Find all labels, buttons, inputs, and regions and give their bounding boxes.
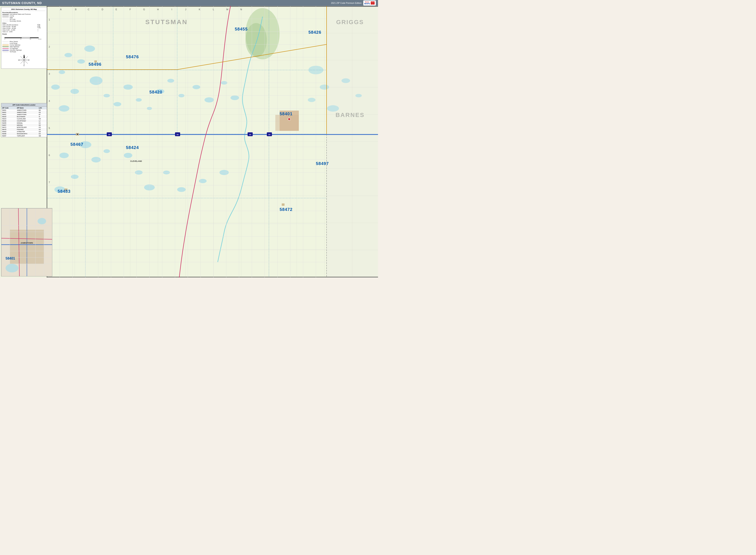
- legend-line-county-road: [2, 45, 9, 45]
- zip-code-cell: 58401: [1, 109, 16, 112]
- legend-county-label: County: [10, 15, 14, 17]
- logo-map-icon: [370, 1, 375, 5]
- legend-city-50k-label: Cities 50,000 - 99,999: [2, 26, 16, 27]
- legend-city-5k-label: Cities 5,000 - 24,999: [2, 29, 15, 31]
- svg-text:58497: 58497: [316, 161, 329, 166]
- legend-intl-label: International States and Provinces: [10, 13, 31, 15]
- svg-point-40: [308, 98, 315, 102]
- svg-text:58467: 58467: [71, 142, 83, 147]
- svg-point-5: [84, 45, 95, 52]
- zip-loc-cell: L2: [38, 120, 47, 122]
- svg-text:5: 5: [20, 38, 21, 40]
- legend-row-county: County: [2, 15, 46, 17]
- svg-text:58476: 58476: [126, 54, 139, 59]
- zip-code-cell: 58420: [1, 116, 16, 118]
- legend-local-label: Local Range: [10, 42, 17, 44]
- svg-point-28: [124, 153, 132, 158]
- svg-point-34: [219, 170, 229, 175]
- svg-text:D: D: [102, 8, 103, 11]
- svg-rect-121: [76, 133, 79, 135]
- svg-rect-123: [64, 188, 68, 191]
- svg-text:58401: 58401: [6, 257, 15, 260]
- legend-line-state: [2, 17, 9, 18]
- svg-rect-124: [282, 204, 284, 206]
- svg-point-32: [177, 187, 186, 192]
- svg-text:10: 10: [30, 38, 31, 40]
- svg-text:58496: 58496: [89, 62, 102, 67]
- svg-rect-170: [107, 132, 112, 136]
- legend-city-100k-label: Cities 100,000 and Above: [2, 24, 18, 26]
- zip-table-row: 58420 BUCHANAN I4: [1, 116, 47, 118]
- legend-city-50k: Cities 50,000 - 99,999: [2, 26, 35, 27]
- legend-boundaries-title: Boundary/Boundaries: [2, 12, 46, 13]
- legend-row-intl: International States and Provinces: [2, 13, 46, 15]
- svg-point-12: [136, 98, 142, 101]
- svg-rect-175: [21, 37, 30, 38]
- svg-rect-176: [30, 37, 39, 38]
- legend-city-10: Cities 10 - 4,999: [2, 31, 35, 33]
- zip-table-row: 58496 WOODWORTH E3: [1, 133, 47, 135]
- zip-table-row: 58401 JAMESTOWN K6: [1, 112, 47, 114]
- svg-point-21: [59, 105, 70, 112]
- compass-rose: N S W E: [18, 53, 31, 67]
- svg-rect-166: [267, 132, 272, 136]
- zip-loc-cell: K6: [38, 112, 47, 114]
- legend-row-state: State: [2, 17, 46, 18]
- zip-loc-cell: H2: [38, 129, 47, 131]
- svg-point-173: [288, 118, 291, 120]
- svg-text:L: L: [213, 8, 214, 11]
- zip-code-cell: 58424: [1, 118, 16, 120]
- svg-text:2: 2: [49, 45, 50, 48]
- zip-name-cell: JAMESTOWN: [16, 114, 38, 116]
- svg-point-31: [163, 171, 170, 174]
- zip-loc-cell: I4: [38, 116, 47, 118]
- zip-table-row: 58424 CLEVELAND G6: [1, 118, 47, 120]
- zip-code-cell: 58401: [1, 112, 16, 114]
- svg-rect-168: [175, 132, 180, 136]
- legend-cities-suffix: •City •City +City — —: [37, 24, 46, 33]
- svg-text:E: E: [116, 8, 117, 11]
- svg-text:58401: 58401: [280, 112, 293, 116]
- legend-line-minor: [2, 41, 9, 42]
- zip-index-title: ZIP Code Index/Grid Locator: [1, 103, 47, 107]
- zip-table-body: 58401 JAMESTOWN B8 58401 JAMESTOWN K6 58…: [1, 109, 47, 137]
- zip-table: ZIP Code ZIP Name LOC 58401 JAMESTOWN B8…: [1, 107, 47, 137]
- svg-point-4: [246, 23, 267, 57]
- svg-point-6: [77, 59, 85, 63]
- svg-text:STUTSMAN: STUTSMAN: [145, 18, 188, 26]
- svg-point-19: [221, 81, 227, 85]
- zip-code-cell: 58476: [1, 129, 16, 131]
- zip-code-cell: 58426: [1, 120, 16, 122]
- svg-text:7: 7: [49, 181, 50, 183]
- zip-loc-cell: E6: [38, 124, 47, 126]
- zip-code-cell: 58467: [1, 124, 16, 126]
- svg-point-10: [123, 85, 133, 90]
- legend-road-minor: Minor Streets: [2, 41, 46, 42]
- legend-scale-bar: 0 5 10 15 mi: [2, 36, 46, 40]
- legend-line-secondary: [2, 21, 9, 21]
- svg-text:M: M: [226, 8, 228, 11]
- svg-text:4: 4: [49, 100, 50, 102]
- svg-text:58426: 58426: [308, 30, 321, 35]
- legend-interstate-label: Interstate Highways: [10, 49, 22, 51]
- svg-point-11: [114, 102, 121, 106]
- zip-name-cell: PINGREE: [16, 129, 38, 131]
- legend-county-road-label: County Highways: [10, 44, 20, 46]
- zip-name-cell: YSIPILANTI: [16, 135, 38, 137]
- svg-text:J: J: [185, 8, 186, 11]
- svg-rect-120: [275, 115, 299, 131]
- zip-name-cell: CLEVELAND: [16, 118, 38, 120]
- svg-point-22: [51, 85, 60, 90]
- inset-map: 58401 JAMESTOWN: [1, 208, 52, 276]
- zip-table-row: 58426 COURTENAY L2: [1, 120, 47, 122]
- zip-loc-cell: D9: [38, 131, 47, 133]
- zip-loc-cell: G6: [38, 118, 47, 120]
- zip-table-row: 58483 STREETER D9: [1, 131, 47, 133]
- svg-text:94: 94: [268, 134, 270, 135]
- svg-text:G: G: [143, 8, 145, 11]
- svg-point-14: [156, 89, 164, 94]
- svg-text:CLEVELAND: CLEVELAND: [130, 160, 142, 162]
- legend-line-state-road: [2, 47, 9, 47]
- svg-point-3: [246, 8, 280, 59]
- svg-text:BARNES: BARNES: [336, 112, 364, 118]
